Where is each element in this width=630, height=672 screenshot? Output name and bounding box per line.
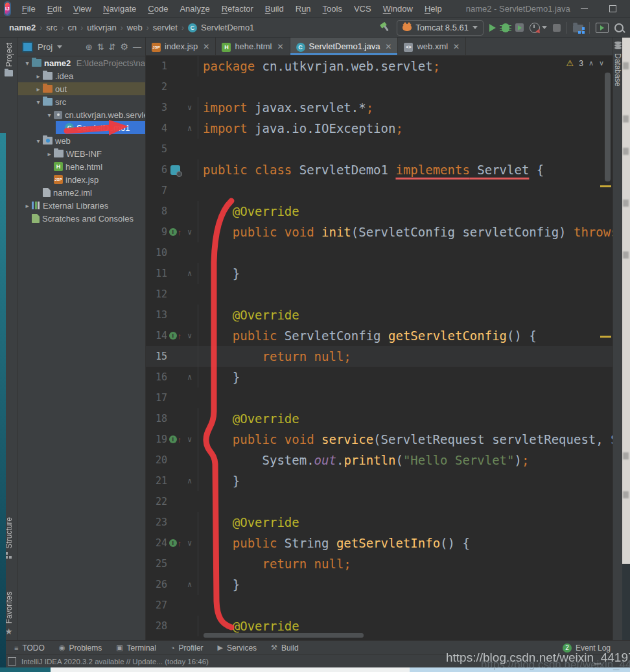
tool-button-build[interactable]: ⚒Build bbox=[271, 643, 299, 653]
code-line-22[interactable]: 22 bbox=[146, 491, 612, 512]
menu-item-tools[interactable]: Tools bbox=[318, 2, 347, 16]
code-line-27[interactable]: 27 bbox=[146, 595, 612, 616]
tool-button-todo[interactable]: ≡TODO bbox=[14, 643, 45, 653]
menu-item-view[interactable]: View bbox=[68, 2, 97, 16]
warning-stripe-mark[interactable] bbox=[600, 336, 611, 338]
code-line-3[interactable]: 3∨import javax.servlet.*; bbox=[146, 97, 612, 118]
tab-close-icon[interactable]: ✕ bbox=[453, 42, 460, 51]
overriding-method-icon[interactable]: I↑ bbox=[169, 227, 182, 237]
expand-all-icon[interactable]: ⇅ bbox=[97, 42, 104, 52]
fold-marker-icon[interactable]: ∧ bbox=[181, 269, 198, 278]
tool-button-services[interactable]: ▶Services bbox=[218, 643, 257, 653]
breadcrumb-item-ServletDemo1[interactable]: ServletDemo1 bbox=[200, 23, 255, 32]
fold-marker-icon[interactable]: ∧ bbox=[181, 580, 198, 589]
project-structure-icon[interactable] bbox=[573, 25, 583, 32]
menu-item-help[interactable]: Help bbox=[419, 2, 447, 16]
debug-button[interactable] bbox=[502, 23, 509, 32]
code-line-25[interactable]: 25 return null; bbox=[146, 553, 612, 574]
code-line-20[interactable]: 20 System.out.println("Hello Servlet"); bbox=[146, 450, 612, 470]
menu-item-edit[interactable]: Edit bbox=[42, 2, 67, 16]
tool-button-problems[interactable]: ◉Problems bbox=[59, 643, 102, 653]
menu-item-build[interactable]: Build bbox=[260, 2, 289, 16]
editor-tab-servletdemo1-java[interactable]: CServletDemo1.java✕ bbox=[290, 38, 399, 55]
tree-toggle-icon[interactable]: ▸ bbox=[23, 202, 31, 209]
code-line-6[interactable]: 6public class ServletDemo1 implements Se… bbox=[146, 159, 612, 180]
tool-button-terminal[interactable]: ▣Terminal bbox=[116, 643, 156, 653]
menu-item-run[interactable]: Run bbox=[290, 2, 316, 16]
tree-item-web-inf[interactable]: ▸WEB-INF bbox=[18, 147, 145, 160]
menu-item-code[interactable]: Code bbox=[143, 2, 173, 16]
maximize-button[interactable] bbox=[599, 0, 627, 17]
code-line-4[interactable]: 4∧import java.io.IOException; bbox=[146, 118, 612, 139]
fold-marker-icon[interactable]: ∧ bbox=[181, 124, 198, 133]
collapse-all-icon[interactable]: ⇵ bbox=[109, 42, 116, 52]
menu-item-navigate[interactable]: Navigate bbox=[98, 2, 141, 16]
code-line-19[interactable]: 19I↑∨ public void service(ServletRequest… bbox=[146, 429, 612, 450]
search-everywhere-icon[interactable] bbox=[614, 23, 624, 32]
tree-item-index-jsp[interactable]: JSPindex.jsp bbox=[18, 173, 145, 186]
tree-item-cn-utkvrjan-web-servlet[interactable]: ▾cn.utkvrjan.web.servlet bbox=[18, 108, 145, 121]
tree-item--idea[interactable]: ▸.idea bbox=[18, 69, 145, 82]
status-message[interactable]: IntelliJ IDEA 2020.3.2 available // Upda… bbox=[21, 658, 209, 666]
code-line-15[interactable]: 15 return null; bbox=[146, 346, 612, 367]
tree-toggle-icon[interactable]: ▾ bbox=[23, 60, 31, 67]
breadcrumb-item-utkvrjan[interactable]: utkvrjan bbox=[86, 23, 118, 32]
tree-toggle-icon[interactable]: ▾ bbox=[34, 98, 42, 106]
next-problem-icon[interactable]: ∨ bbox=[599, 59, 604, 67]
tool-button-profiler[interactable]: ◔Profiler bbox=[170, 643, 204, 653]
code-line-1[interactable]: 1package cn.utkvrjan.web.servlet; bbox=[146, 56, 612, 76]
code-line-12[interactable]: 12 bbox=[146, 284, 612, 305]
code-line-23[interactable]: 23 @Override bbox=[146, 512, 612, 533]
tool-button-project[interactable]: Project bbox=[0, 43, 18, 76]
run-configuration-select[interactable]: Tomcat 8.5.61 bbox=[397, 20, 484, 36]
editor-tab-hehe-html[interactable]: Hhehe.html✕ bbox=[216, 38, 290, 55]
inspection-widget[interactable]: ⚠ 3 ∧ ∨ bbox=[566, 58, 604, 68]
overriding-method-icon[interactable]: I↑ bbox=[169, 435, 182, 445]
editor-tab-web-xml[interactable]: <>web.xml✕ bbox=[398, 38, 466, 55]
build-hammer-icon[interactable] bbox=[380, 22, 391, 33]
fold-marker-icon[interactable]: ∧ bbox=[181, 476, 198, 485]
menu-item-vcs[interactable]: VCS bbox=[349, 2, 377, 16]
overriding-method-icon[interactable]: I↑ bbox=[169, 331, 182, 341]
code-editor[interactable]: ⚠ 3 ∧ ∨ 1package cn.utkvrjan.web.servlet… bbox=[146, 56, 612, 640]
tree-item-name2-iml[interactable]: name2.iml bbox=[18, 186, 145, 199]
code-line-9[interactable]: 9I↑∨ public void init(ServletConfig serv… bbox=[146, 222, 612, 242]
coverage-button[interactable] bbox=[515, 23, 524, 32]
code-line-26[interactable]: 26∧ } bbox=[146, 574, 612, 595]
tool-button-database[interactable]: Database bbox=[613, 41, 622, 86]
horizontal-scrollbar[interactable] bbox=[204, 633, 364, 638]
tree-item-out[interactable]: ▸out bbox=[18, 82, 145, 95]
fold-marker-icon[interactable]: ∨ bbox=[181, 331, 198, 340]
tree-toggle-icon[interactable]: ▸ bbox=[34, 86, 42, 93]
menu-item-refactor[interactable]: Refactor bbox=[216, 2, 259, 16]
tree-item-name2[interactable]: ▾name2 E:\IdeaProjects\name2 bbox=[18, 56, 145, 69]
code-line-11[interactable]: 11∧ } bbox=[146, 263, 612, 284]
tree-toggle-icon[interactable]: ▸ bbox=[34, 73, 42, 80]
code-line-13[interactable]: 13 @Override bbox=[146, 305, 612, 325]
gear-icon[interactable]: ⚙ bbox=[120, 41, 128, 52]
tree-item-external-libraries[interactable]: ▸External Libraries bbox=[18, 199, 145, 212]
tree-item-servletdemo1[interactable]: CServletDemo1 bbox=[18, 121, 145, 134]
fold-marker-icon[interactable]: ∨ bbox=[181, 227, 198, 237]
breadcrumb-item-name2[interactable]: name2 bbox=[8, 23, 37, 32]
breadcrumb-item-web[interactable]: web bbox=[126, 23, 144, 32]
code-line-16[interactable]: 16∧ } bbox=[146, 367, 612, 388]
fold-marker-icon[interactable]: ∨ bbox=[181, 539, 198, 548]
code-line-8[interactable]: 8 @Override bbox=[146, 201, 612, 222]
fold-marker-icon[interactable]: ∨ bbox=[181, 435, 198, 444]
run-anything-icon[interactable] bbox=[596, 23, 609, 33]
code-line-17[interactable]: 17 bbox=[146, 388, 612, 408]
code-line-5[interactable]: 5 bbox=[146, 139, 612, 159]
previous-problem-icon[interactable]: ∧ bbox=[589, 59, 594, 67]
code-line-21[interactable]: 21∧ } bbox=[146, 470, 612, 491]
minimize-button[interactable] bbox=[570, 0, 599, 17]
warning-stripe-mark[interactable] bbox=[600, 185, 611, 187]
code-line-2[interactable]: 2 bbox=[146, 76, 612, 97]
code-line-24[interactable]: 24I↑∨ public String getServletInfo() { bbox=[146, 533, 612, 553]
breadcrumb-item-servlet[interactable]: servlet bbox=[152, 23, 179, 32]
overriding-method-icon[interactable]: I↑ bbox=[169, 539, 182, 548]
tab-close-icon[interactable]: ✕ bbox=[277, 42, 283, 51]
code-line-10[interactable]: 10 bbox=[146, 242, 612, 263]
tree-item-scratches-and-consoles[interactable]: Scratches and Consoles bbox=[18, 212, 145, 225]
hide-panel-icon[interactable]: — bbox=[133, 42, 141, 52]
